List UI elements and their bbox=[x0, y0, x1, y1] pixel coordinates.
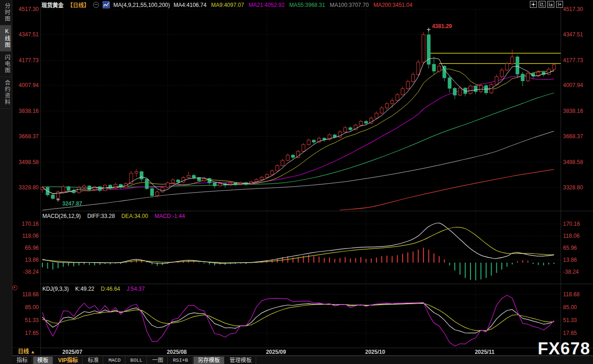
sidebar-tab-2[interactable]: 闪电图 bbox=[0, 52, 11, 77]
ma-values: MA4:4106.74MA9:4097.07MA21:4052.92MA55:3… bbox=[174, 2, 412, 8]
kdj-axis-label-left-3: 17.65 bbox=[17, 330, 39, 336]
toolbar-item-9[interactable]: 管理模板 bbox=[225, 357, 256, 364]
date-label-3: 2025/10 bbox=[365, 349, 385, 355]
price-axis-label-right-4: 3838.16 bbox=[563, 108, 583, 114]
indicator-dot-icon[interactable] bbox=[12, 285, 18, 290]
sidebar-tab-1[interactable]: K线图 bbox=[0, 25, 11, 52]
price-axis-label-right-2: 4177.73 bbox=[563, 57, 583, 64]
toolbar-item-6[interactable]: 一图 bbox=[148, 357, 168, 364]
price-axis-label-left-3: 4007.94 bbox=[17, 82, 39, 88]
toolbar-item-3[interactable]: 标准 bbox=[83, 357, 103, 364]
ma-value-0: MA4:4106.74 bbox=[174, 2, 206, 8]
macd-axis-label-right-0: 170.16 bbox=[563, 221, 580, 227]
kdj-axis-label-right-0: 118.68 bbox=[563, 291, 580, 298]
price-axis-label-left-1: 4347.51 bbox=[17, 31, 39, 38]
toolbar-item-7[interactable]: RSI+B bbox=[169, 357, 193, 364]
kdj-axis-label-left-1: 85.00 bbox=[17, 304, 39, 311]
kdj-title: KDJ(9,3,3) bbox=[42, 286, 69, 292]
price-axis-label-right-7: 3328.80 bbox=[563, 184, 583, 191]
macd-axis-label-left-2: 65.96 bbox=[17, 245, 39, 251]
date-label-4: 2025/11 bbox=[475, 349, 494, 355]
toolbar-item-1[interactable]: 模板 bbox=[33, 357, 53, 364]
macd-axis-label-right-3: 13.86 bbox=[563, 257, 577, 263]
chart-scale-controls bbox=[530, 1, 563, 8]
macd-panel-header: MACD(26,12,9) DIFF:33.28DEA:34.00MACD:-1… bbox=[42, 213, 185, 219]
date-label-2: 2025/09 bbox=[266, 349, 286, 355]
macd-axis-label-right-1: 118.06 bbox=[563, 233, 580, 239]
macd-title: MACD(26,12,9) bbox=[42, 213, 81, 219]
macd-title-value-0: DIFF:33.28 bbox=[87, 213, 115, 219]
collapse-minus-icon[interactable] bbox=[93, 2, 99, 8]
macd-axis-label-left-0: 170.16 bbox=[17, 221, 39, 227]
kdj-title-value-0: K:49.22 bbox=[75, 286, 94, 292]
toolbar-item-8[interactable]: 另存模板 bbox=[194, 357, 224, 364]
kdj-panel-header: KDJ(9,3,3) K:49.22D:46.64J:54.37 bbox=[42, 286, 145, 292]
kdj-axis-label-left-2: 51.33 bbox=[17, 317, 39, 323]
date-label-0: 2025/07 bbox=[62, 349, 82, 355]
ma-value-1: MA9:4097.07 bbox=[211, 2, 244, 8]
triangle-up-icon: ▲ bbox=[30, 349, 35, 354]
trading-app-window: 分时图K线图闪电图合约资料 现货黄金 【日线】 MA(4,9,21,55,100… bbox=[0, 0, 593, 364]
symbol-name: 现货黄金 bbox=[41, 1, 64, 9]
toolbar-item-5[interactable]: BOLL bbox=[126, 357, 147, 364]
macd-title-value-1: DEA:34.00 bbox=[121, 213, 148, 219]
mini-chart-icon[interactable] bbox=[103, 1, 110, 8]
kdj-axis-label-right-1: 85.00 bbox=[563, 304, 577, 311]
macd-title-value-2: MACD:-1.44 bbox=[154, 213, 185, 219]
period-selector-label: 日线 bbox=[18, 348, 29, 355]
toolbar-item-0[interactable]: 指标 bbox=[12, 357, 32, 364]
macd-axis-label-right-2: 65.96 bbox=[563, 245, 577, 251]
macd-axis-label-left-3: 13.86 bbox=[17, 257, 39, 263]
price-axis-label-left-4: 3838.16 bbox=[17, 108, 39, 114]
kdj-axis-label-left-0: 118.68 bbox=[17, 291, 39, 298]
price-axis-label-right-0: 4517.30 bbox=[563, 6, 583, 12]
price-axis-label-right-6: 3498.58 bbox=[563, 159, 583, 165]
high-price-annotation: 4381.29 bbox=[432, 23, 452, 29]
price-axis-label-left-0: 4517.30 bbox=[17, 6, 39, 12]
ma-value-3: MA55:3968.31 bbox=[289, 2, 325, 8]
watermark: FX678 bbox=[538, 339, 590, 358]
crosshair-icon[interactable] bbox=[530, 1, 537, 8]
low-price-annotation: 3247.87 bbox=[62, 200, 82, 207]
scale-vertical-icon[interactable] bbox=[539, 1, 546, 8]
toolbar-item-4[interactable]: MACD bbox=[104, 357, 125, 364]
macd-axis-label-left-1: 118.06 bbox=[17, 233, 39, 239]
chart-canvas[interactable] bbox=[0, 0, 593, 364]
price-axis-label-right-1: 4347.51 bbox=[563, 31, 583, 38]
ma-value-4: MA100:3707.70 bbox=[330, 2, 369, 8]
period-tag: 【日线】 bbox=[67, 1, 89, 9]
scale-horizontal-icon[interactable] bbox=[547, 1, 554, 8]
macd-axis-label-right-4: -38.24 bbox=[563, 269, 579, 275]
chart-header: 现货黄金 【日线】 MA(4,9,21,55,100,200) MA4:4106… bbox=[41, 1, 412, 8]
date-label-1: 2025/08 bbox=[167, 349, 187, 355]
sidebar-tab-0[interactable]: 分时图 bbox=[0, 0, 11, 25]
period-selector[interactable]: 日线 ▲ bbox=[12, 348, 41, 355]
price-axis-label-left-2: 4177.73 bbox=[17, 57, 39, 64]
ma-group-label: MA(4,9,21,55,100,200) bbox=[113, 2, 170, 8]
kdj-axis-label-right-2: 51.33 bbox=[563, 317, 577, 323]
ma-value-2: MA21:4052.92 bbox=[249, 2, 285, 8]
chart-type-sidebar: 分时图K线图闪电图合约资料 bbox=[0, 0, 12, 364]
price-axis-label-right-3: 4007.94 bbox=[563, 82, 583, 88]
price-axis-label-left-7: 3328.80 bbox=[17, 184, 39, 191]
kdj-axis-label-right-3: 17.65 bbox=[563, 330, 577, 336]
price-axis-label-left-6: 3498.58 bbox=[17, 159, 39, 165]
price-axis-label-right-5: 3668.37 bbox=[563, 133, 583, 140]
price-axis-label-left-5: 3668.37 bbox=[17, 133, 39, 140]
macd-axis-label-left-4: -38.24 bbox=[17, 269, 39, 275]
bottom-toolbar: 指标模板VIP指标标准MACDBOLL一图RSI+B另存模板管理模板 bbox=[12, 356, 593, 364]
kdj-title-value-1: D:46.64 bbox=[101, 286, 120, 292]
toolbar-item-2[interactable]: VIP指标 bbox=[54, 357, 82, 364]
kdj-title-value-2: J:54.37 bbox=[127, 286, 145, 292]
ma-value-5: MA200:3451.04 bbox=[373, 2, 412, 8]
pan-right-icon[interactable] bbox=[556, 1, 563, 8]
sidebar-tab-3[interactable]: 合约资料 bbox=[0, 77, 11, 109]
